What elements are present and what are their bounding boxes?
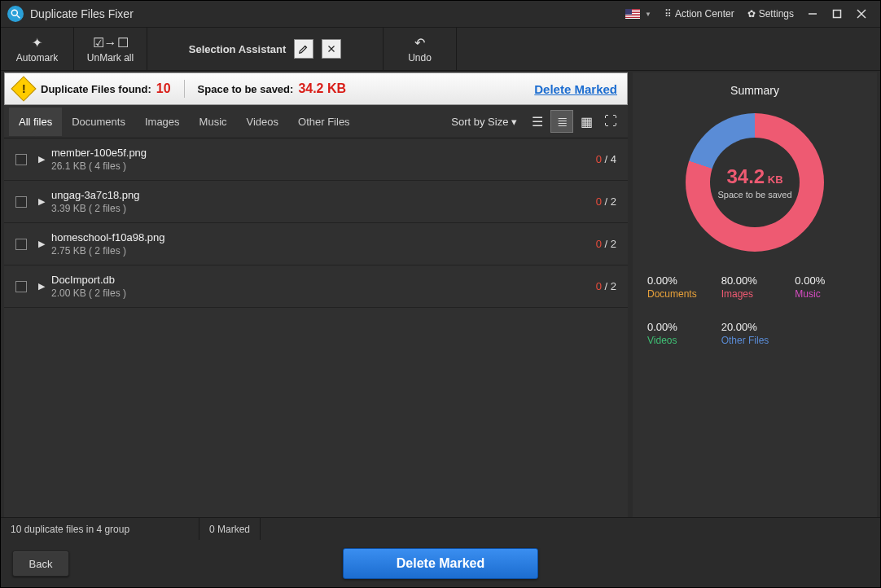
delete-marked-link[interactable]: Delete Marked	[534, 82, 617, 96]
view-list-button[interactable]: ☰	[526, 110, 549, 133]
app-title: Duplicate Files Fixer	[30, 7, 134, 20]
svg-rect-3	[834, 11, 841, 18]
footer: Back Delete Marked	[1, 540, 880, 587]
file-group-row[interactable]: ▶DocImport.db2.00 KB ( 2 files )0 / 2	[4, 265, 628, 308]
separator	[184, 80, 185, 98]
delete-marked-button[interactable]: Delete Marked	[343, 548, 538, 579]
file-name: homeschool-f10a98.png	[51, 231, 596, 244]
svg-point-0	[11, 10, 17, 15]
sort-dropdown[interactable]: Sort by Size ▾	[451, 116, 517, 128]
selection-assistant-tool-2[interactable]	[322, 39, 341, 59]
undo-icon: ↶	[414, 35, 425, 50]
file-subtext: 2.00 KB ( 2 files )	[51, 287, 596, 299]
titlebar: Duplicate Files Fixer ▼ ⠿ Action Center …	[1, 1, 880, 27]
expand-icon[interactable]: ▶	[38, 239, 45, 249]
expand-icon[interactable]: ▶	[38, 154, 45, 165]
info-bar: ! Duplicate Files found: 10 Space to be …	[4, 72, 628, 105]
automark-label: Automark	[16, 52, 58, 64]
file-subtext: 2.75 KB ( 2 files )	[51, 245, 596, 257]
settings-button[interactable]: ✿ Settings	[741, 1, 800, 27]
file-name: DocImport.db	[51, 274, 596, 286]
donut-chart: 34.2 KB Space to be saved	[686, 113, 824, 252]
unmark-all-label: UnMark all	[87, 52, 134, 64]
automark-button[interactable]: ✦ Automark	[1, 28, 74, 70]
checkbox[interactable]	[15, 281, 27, 292]
checkbox[interactable]	[15, 239, 27, 250]
app-logo-icon	[7, 6, 24, 22]
summary-panel: Summary 34.2 KB Space to be saved 0.00%D…	[633, 72, 877, 517]
selection-assistant-label: Selection Assistant	[189, 43, 286, 55]
stat-label: Videos	[647, 335, 715, 346]
maximize-button[interactable]	[825, 1, 849, 27]
file-name: member-100e5f.png	[51, 147, 596, 159]
file-count: 0 / 2	[596, 280, 616, 292]
fullscreen-button[interactable]: ⛶	[599, 110, 622, 133]
stat-label: Music	[795, 288, 862, 300]
settings-label: Settings	[759, 8, 794, 20]
file-group-row[interactable]: ▶member-100e5f.png26.1 KB ( 4 files )0 /…	[4, 138, 628, 181]
unmark-icon: ☑→☐	[93, 35, 129, 50]
space-value: 34.2 KB	[298, 81, 346, 96]
close-button[interactable]	[849, 1, 874, 27]
found-label: Duplicate Files found:	[41, 83, 151, 95]
back-button[interactable]: Back	[12, 551, 69, 577]
toolbar: ✦ Automark ☑→☐ UnMark all Selection Assi…	[1, 27, 880, 71]
language-selector[interactable]: ▼	[619, 1, 658, 27]
unmark-all-button[interactable]: ☑→☐ UnMark all	[74, 28, 147, 70]
file-count: 0 / 2	[596, 238, 616, 250]
stat-item: 0.00%Videos	[647, 321, 715, 346]
file-group-row[interactable]: ▶ungag-3a7c18.png3.39 KB ( 2 files )0 / …	[4, 181, 628, 223]
stat-pct: 0.00%	[647, 321, 715, 333]
chevron-down-icon: ▼	[645, 11, 651, 18]
expand-icon[interactable]: ▶	[38, 281, 45, 292]
space-label: Space to be saved:	[198, 83, 294, 95]
view-details-button[interactable]: ≣	[550, 110, 573, 133]
stats-grid: 0.00%Documents80.00%Images0.00%Music0.00…	[647, 274, 862, 346]
status-dup-count: 10 duplicate files in 4 group	[1, 518, 199, 540]
stat-pct: 20.00%	[721, 321, 789, 333]
checkbox[interactable]	[15, 196, 27, 208]
stat-item: 20.00%Other Files	[721, 321, 789, 346]
checkbox[interactable]	[15, 154, 27, 165]
tab-all-files[interactable]: All files	[9, 108, 62, 136]
action-center-button[interactable]: ⠿ Action Center	[658, 1, 741, 27]
expand-icon[interactable]: ▶	[38, 196, 45, 207]
selection-assistant-tool-1[interactable]	[294, 39, 313, 59]
flag-icon	[625, 9, 640, 19]
stat-pct: 0.00%	[795, 274, 862, 287]
donut-value: 34.2	[726, 165, 765, 187]
minimize-button[interactable]	[800, 1, 825, 27]
stat-label: Other Files	[721, 335, 789, 346]
tab-strip: All files Documents Images Music Videos …	[4, 105, 628, 138]
file-group-row[interactable]: ▶homeschool-f10a98.png2.75 KB ( 2 files …	[4, 223, 628, 265]
file-subtext: 3.39 KB ( 2 files )	[51, 203, 596, 214]
file-list: ▶member-100e5f.png26.1 KB ( 4 files )0 /…	[4, 138, 628, 517]
view-grid-button[interactable]: ▦	[575, 110, 598, 133]
status-marked-count: 0 Marked	[199, 518, 261, 540]
stat-item: 0.00%Documents	[647, 274, 715, 300]
file-name: ungag-3a7c18.png	[51, 189, 596, 201]
donut-sub: Space to be saved	[717, 190, 791, 200]
grid-icon: ⠿	[664, 8, 672, 20]
action-center-label: Action Center	[675, 8, 734, 20]
warning-icon: !	[11, 76, 36, 101]
gear-icon: ✿	[747, 8, 756, 20]
stat-pct: 0.00%	[647, 274, 715, 287]
stat-label: Documents	[647, 288, 715, 300]
tab-documents[interactable]: Documents	[62, 108, 135, 136]
undo-button[interactable]: ↶ Undo	[384, 28, 457, 70]
tab-videos[interactable]: Videos	[237, 108, 289, 136]
file-count: 0 / 2	[596, 195, 616, 208]
wand-icon: ✦	[32, 35, 42, 50]
undo-label: Undo	[408, 52, 432, 64]
donut-unit: KB	[765, 173, 782, 186]
tab-music[interactable]: Music	[190, 108, 237, 136]
selection-assistant-group: Selection Assistant	[147, 28, 384, 70]
tab-other-files[interactable]: Other Files	[288, 108, 360, 136]
summary-title: Summary	[647, 84, 862, 97]
found-count: 10	[156, 81, 171, 96]
file-subtext: 26.1 KB ( 4 files )	[51, 160, 596, 172]
stat-item: 80.00%Images	[721, 274, 789, 300]
status-bar: 10 duplicate files in 4 group 0 Marked	[1, 517, 880, 540]
tab-images[interactable]: Images	[135, 108, 190, 136]
